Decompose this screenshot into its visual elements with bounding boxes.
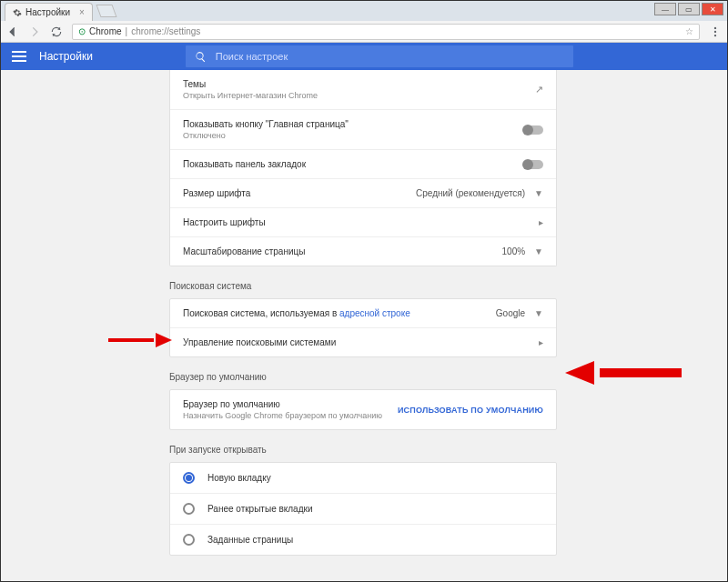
manage-search-row[interactable]: Управление поисковыми системами ▸ bbox=[170, 328, 556, 356]
search-engine-value: Google bbox=[496, 308, 525, 318]
browser-tab-settings[interactable]: Настройки × bbox=[5, 3, 93, 21]
external-link-icon: ↗ bbox=[535, 84, 543, 95]
chevron-right-icon: ▸ bbox=[539, 217, 543, 227]
radio-label: Заданные страницы bbox=[207, 535, 293, 545]
hamburger-menu-icon[interactable] bbox=[12, 51, 26, 62]
secure-icon: ⊙ bbox=[78, 26, 86, 36]
annotation-arrow-left bbox=[108, 335, 172, 346]
forward-icon[interactable] bbox=[28, 25, 41, 38]
zoom-value: 100% bbox=[502, 246, 526, 256]
zoom-row[interactable]: Масштабирование страницы 100%▼ bbox=[170, 237, 556, 266]
font-size-label: Размер шрифта bbox=[183, 188, 250, 198]
home-button-sub: Отключено bbox=[183, 131, 349, 140]
default-browser-card: Браузер по умолчанию Назначить Google Ch… bbox=[169, 389, 557, 430]
zoom-label: Масштабирование страницы bbox=[183, 246, 305, 256]
reload-icon[interactable] bbox=[50, 25, 63, 38]
home-button-row: Показывать кнопку "Главная страница" Отк… bbox=[170, 110, 556, 150]
radio-label: Новую вкладку bbox=[207, 473, 271, 483]
tab-title: Настройки bbox=[25, 7, 70, 17]
appearance-card: Темы Открыть Интернет-магазин Chrome ↗ П… bbox=[169, 70, 557, 266]
svg-point-1 bbox=[714, 30, 716, 32]
back-icon[interactable] bbox=[6, 25, 19, 38]
startup-option-specific[interactable]: Заданные страницы bbox=[170, 525, 556, 555]
window-minimize-button[interactable]: — bbox=[654, 3, 676, 15]
url-path: chrome://settings bbox=[131, 26, 200, 36]
kebab-menu-icon[interactable] bbox=[709, 25, 722, 38]
custom-fonts-label: Настроить шрифты bbox=[183, 217, 266, 227]
set-default-button[interactable]: ИСПОЛЬЗОВАТЬ ПО УМОЛЧАНИЮ bbox=[398, 406, 543, 415]
search-icon bbox=[195, 51, 207, 63]
window-close-button[interactable]: ✕ bbox=[702, 3, 723, 15]
address-bar: ⊙ Chrome | chrome://settings ☆ bbox=[1, 21, 727, 43]
search-card: Поисковая система, используемая в адресн… bbox=[169, 298, 557, 357]
page-title: Настройки bbox=[39, 50, 93, 63]
chevron-down-icon: ▼ bbox=[534, 308, 543, 318]
annotation-arrow-right bbox=[565, 363, 682, 383]
radio-icon[interactable] bbox=[183, 534, 195, 546]
chevron-right-icon: ▸ bbox=[539, 337, 543, 347]
gear-icon bbox=[13, 8, 22, 17]
themes-label: Темы bbox=[183, 79, 318, 89]
url-input[interactable]: ⊙ Chrome | chrome://settings ☆ bbox=[72, 24, 700, 40]
default-browser-sub: Назначить Google Chrome браузером по умо… bbox=[183, 411, 398, 420]
svg-point-0 bbox=[714, 26, 716, 28]
custom-fonts-row[interactable]: Настроить шрифты ▸ bbox=[170, 208, 556, 237]
search-engine-label: Поисковая система, используемая в адресн… bbox=[183, 308, 410, 318]
themes-row[interactable]: Темы Открыть Интернет-магазин Chrome ↗ bbox=[170, 70, 556, 110]
default-browser-row: Браузер по умолчанию Назначить Google Ch… bbox=[170, 390, 556, 429]
startup-title: При запуске открывать bbox=[169, 445, 727, 455]
home-button-label: Показывать кнопку "Главная страница" bbox=[183, 119, 349, 129]
startup-option-previous[interactable]: Ранее открытые вкладки bbox=[170, 494, 556, 525]
search-section-title: Поисковая система bbox=[169, 281, 727, 291]
chevron-down-icon: ▼ bbox=[534, 188, 543, 198]
radio-label: Ранее открытые вкладки bbox=[207, 504, 312, 514]
url-host: Chrome bbox=[89, 26, 122, 36]
font-size-value: Средний (рекомендуется) bbox=[416, 188, 525, 198]
address-bar-link[interactable]: адресной строке bbox=[339, 308, 410, 318]
settings-search-input[interactable] bbox=[216, 51, 564, 62]
new-tab-button[interactable] bbox=[96, 5, 116, 17]
svg-point-2 bbox=[714, 34, 716, 35]
tab-bar: Настройки × bbox=[1, 1, 727, 21]
bookmarks-bar-toggle[interactable] bbox=[523, 160, 543, 169]
home-button-toggle[interactable] bbox=[523, 125, 543, 135]
font-size-row[interactable]: Размер шрифта Средний (рекомендуется)▼ bbox=[170, 179, 556, 208]
chevron-down-icon: ▼ bbox=[534, 246, 543, 256]
search-engine-row[interactable]: Поисковая система, используемая в адресн… bbox=[170, 299, 556, 328]
window-maximize-button[interactable]: ▭ bbox=[678, 3, 700, 15]
bookmarks-bar-row: Показывать панель закладок bbox=[170, 150, 556, 179]
settings-search-box[interactable] bbox=[186, 45, 573, 67]
default-browser-label: Браузер по умолчанию bbox=[183, 399, 398, 409]
settings-header: Настройки bbox=[1, 43, 727, 70]
tab-close-icon[interactable]: × bbox=[79, 7, 85, 17]
radio-icon[interactable] bbox=[183, 472, 195, 484]
radio-icon[interactable] bbox=[183, 503, 195, 515]
bookmark-star-icon[interactable]: ☆ bbox=[685, 26, 693, 36]
bookmarks-bar-label: Показывать панель закладок bbox=[183, 159, 306, 169]
manage-search-label: Управление поисковыми системами bbox=[183, 337, 336, 347]
startup-option-new-tab[interactable]: Новую вкладку bbox=[170, 463, 556, 494]
startup-card: Новую вкладку Ранее открытые вкладки Зад… bbox=[169, 462, 557, 556]
themes-sub: Открыть Интернет-магазин Chrome bbox=[183, 91, 318, 100]
